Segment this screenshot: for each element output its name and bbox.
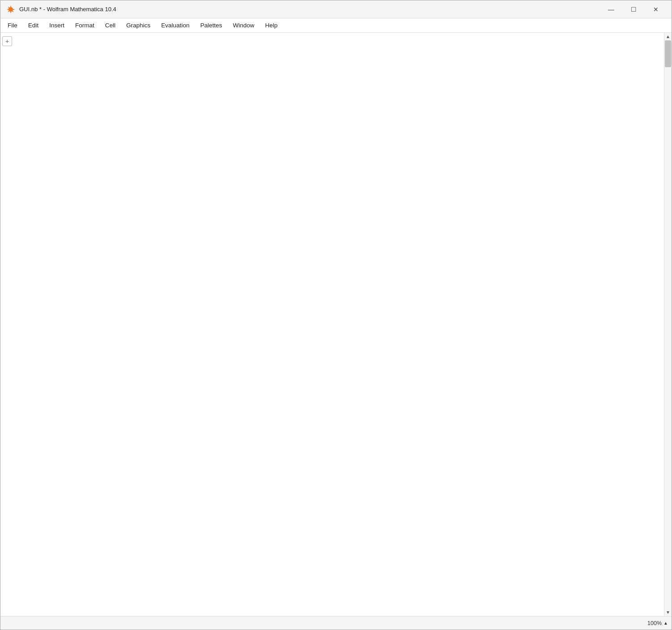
scroll-thumb[interactable] [665,40,671,67]
vertical-scrollbar: ▲ ▼ [664,33,672,616]
menu-item-help[interactable]: Help [260,20,283,30]
svg-marker-0 [10,5,12,7]
minimize-button[interactable]: — [601,3,621,16]
zoom-arrow[interactable]: ▲ [663,621,668,626]
svg-marker-4 [10,12,12,13]
cell-bracket-area: + [0,33,664,46]
main-window: GUI.nb * - Wolfram Mathematica 10.4 — ☐ … [0,0,672,630]
title-bar-controls: — ☐ ✕ [601,3,666,16]
zoom-level: 100% [647,620,662,626]
window-title: GUI.nb * - Wolfram Mathematica 10.4 [19,6,116,13]
svg-marker-2 [13,9,15,10]
scroll-down-arrow[interactable]: ▼ [664,608,672,616]
menu-item-graphics[interactable]: Graphics [121,20,156,30]
menu-item-window[interactable]: Window [228,20,260,30]
menu-item-evaluation[interactable]: Evaluation [156,20,195,30]
wolfram-icon [6,4,16,14]
menu-item-palettes[interactable]: Palettes [195,20,228,30]
status-bar: 100% ▲ [0,616,672,630]
close-button[interactable]: ✕ [646,3,666,16]
menu-bar: FileEditInsertFormatCellGraphicsEvaluati… [0,18,672,33]
svg-point-8 [9,7,13,12]
menu-item-file[interactable]: File [2,20,23,30]
menu-item-insert[interactable]: Insert [44,20,70,30]
title-bar: GUI.nb * - Wolfram Mathematica 10.4 — ☐ … [0,0,672,18]
scroll-up-arrow[interactable]: ▲ [664,33,672,40]
notebook-area: + ▲ ▼ [0,33,672,616]
menu-item-cell[interactable]: Cell [100,20,121,30]
menu-item-edit[interactable]: Edit [23,20,44,30]
menu-item-format[interactable]: Format [70,20,100,30]
add-cell-button[interactable]: + [2,36,12,46]
maximize-button[interactable]: ☐ [623,3,644,16]
svg-marker-6 [7,9,9,10]
title-bar-left: GUI.nb * - Wolfram Mathematica 10.4 [6,4,116,14]
notebook-content[interactable]: + [0,33,664,616]
scroll-track [664,40,672,608]
